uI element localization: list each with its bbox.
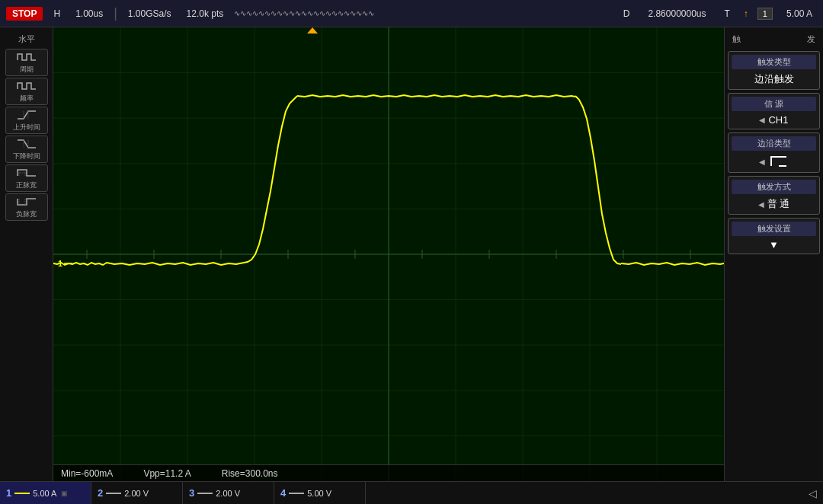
edge-type-section[interactable]: 边沿类型 ◀ — [728, 132, 820, 173]
pos-pulse-icon — [16, 167, 37, 179]
scope-grid: 1 — [53, 27, 724, 481]
trigger-settings-section[interactable]: 触发设置 ▼ — [728, 218, 820, 254]
rise-time-icon — [16, 109, 37, 121]
rise-time-label: 上升时间 — [13, 123, 40, 132]
top-toolbar: STOP H 1.00us | 1.00GSa/s 12.0k pts ∿∿∿∿… — [0, 0, 823, 27]
ch1-line — [14, 493, 30, 494]
ch1-marker: 1 — [58, 259, 62, 268]
fall-time-icon — [16, 138, 37, 150]
channel-value: 5.00 A — [782, 7, 817, 21]
channel3-status[interactable]: 3 2.00 V — [183, 482, 274, 504]
ch1-number: 1 — [6, 487, 11, 499]
right-panel: 触 发 触发类型 边沿触发 信 源 ◀ CH1 边沿类型 ◀ — [724, 27, 823, 481]
ch4-line — [289, 493, 304, 494]
horizontal-label: H — [49, 7, 65, 21]
frequency-label: 频率 — [20, 94, 34, 104]
trigger-type-value: 边沿触发 — [732, 72, 816, 86]
trigger-arrow-up: ↑ — [744, 8, 748, 19]
top-bar-right: D 2.86000000us T ↑ 1 5.00 A — [619, 7, 817, 21]
source-value: ◀ CH1 — [732, 114, 816, 126]
trigger-time: 2.86000000us — [643, 7, 710, 21]
measurements-bar: Min=-600mA Vpp=11.2 A Rise=300.0ns — [53, 464, 724, 481]
mode-arrow-left[interactable]: ◀ — [758, 200, 764, 209]
pos-pulse-label: 正脉宽 — [16, 180, 37, 190]
ch2-value: 2.00 V — [124, 489, 149, 498]
stop-button[interactable]: STOP — [6, 7, 43, 21]
trigger-type-section[interactable]: 触发类型 边沿触发 — [728, 51, 820, 90]
trigger-settings-arrow: ▼ — [732, 239, 816, 250]
ch4-value: 5.00 V — [307, 489, 331, 498]
neg-pulse-icon — [16, 196, 37, 208]
ch3-number: 3 — [189, 487, 194, 499]
period-label: 周期 — [20, 65, 34, 75]
measure-neg-pulse-btn[interactable]: 负脉宽 — [5, 193, 48, 221]
mode-value-text: 普 通 — [767, 197, 790, 211]
ch2-line — [106, 493, 121, 494]
trigger-mode-title: 触发方式 — [732, 180, 816, 194]
meas-min: Min=-600mA — [61, 468, 113, 479]
channel4-status[interactable]: 4 5.00 V — [274, 482, 366, 504]
measure-frequency-btn[interactable]: 频率 — [5, 78, 48, 105]
rising-edge-icon — [768, 154, 789, 169]
edge-type-title: 边沿类型 — [732, 136, 816, 151]
channel2-status[interactable]: 2 2.00 V — [91, 482, 183, 504]
measure-fall-btn[interactable]: 下降时间 — [5, 136, 48, 163]
edge-arrow-left[interactable]: ◀ — [759, 158, 765, 166]
source-section[interactable]: 信 源 ◀ CH1 — [728, 93, 820, 129]
memory-bar: ∿∿∿∿∿∿∿∿∿∿∿∿∿∿∿∿∿∿∿∿∿∿∿ — [234, 9, 374, 18]
measure-rise-btn[interactable]: 上升时间 — [5, 107, 48, 134]
meas-rise: Rise=300.0ns — [222, 468, 278, 479]
trigger-fa-label: 发 — [805, 32, 817, 46]
ch2-number: 2 — [98, 487, 103, 499]
trigger-type-title: 触发类型 — [732, 55, 816, 69]
trigger-settings-title: 触发设置 — [732, 222, 816, 236]
trigger-mode-section[interactable]: 触发方式 ◀ 普 通 — [728, 176, 820, 215]
edge-type-value: ◀ — [732, 154, 816, 169]
ch1-icon: ▣ — [61, 490, 68, 497]
bottom-bar: 1 5.00 A ▣ 2 2.00 V 3 2.00 V 4 5.00 V ◁ — [0, 481, 823, 504]
channel1-status[interactable]: 1 5.00 A ▣ — [0, 482, 91, 504]
time-per-div[interactable]: 1.00us — [71, 7, 107, 21]
channel-box[interactable]: 1 — [757, 8, 773, 20]
trigger-mode-value: ◀ 普 通 — [732, 197, 816, 211]
separator1: | — [114, 5, 117, 21]
fall-time-label: 下降时间 — [13, 152, 40, 161]
ch3-value: 2.00 V — [216, 489, 240, 498]
sidebar-section-label: 水平 — [18, 31, 35, 47]
measure-pos-pulse-btn[interactable]: 正脉宽 — [5, 164, 48, 192]
ch4-number: 4 — [280, 487, 286, 499]
sample-rate: 1.00GSa/s — [123, 7, 176, 21]
trigger-label-top: 触 — [731, 32, 742, 46]
meas-vpp: Vpp=11.2 A — [143, 468, 191, 479]
measure-period-btn[interactable]: 周期 — [5, 49, 48, 76]
channel-number: 1 — [763, 9, 767, 18]
source-arrow-left[interactable]: ◀ — [759, 116, 765, 124]
period-icon — [16, 51, 37, 63]
ch-t-label: T — [720, 7, 735, 21]
trigger-d-label: D — [619, 7, 635, 21]
frequency-icon — [16, 80, 37, 92]
main-content: 水平 周期 频率 上升时间 — [0, 27, 823, 481]
left-sidebar: 水平 周期 频率 上升时间 — [0, 27, 53, 481]
scope-screen: 1 Min=-600mA Vpp=11.2 A Rise=300.0ns — [53, 27, 724, 481]
ch1-value: 5.00 A — [33, 489, 56, 498]
speaker-icon[interactable]: ◁ — [802, 487, 823, 499]
pts-label: 12.0k pts — [182, 7, 229, 21]
source-ch-value: CH1 — [768, 114, 788, 126]
source-title: 信 源 — [732, 97, 816, 111]
neg-pulse-label: 负脉宽 — [16, 209, 37, 219]
ch3-line — [197, 493, 213, 494]
